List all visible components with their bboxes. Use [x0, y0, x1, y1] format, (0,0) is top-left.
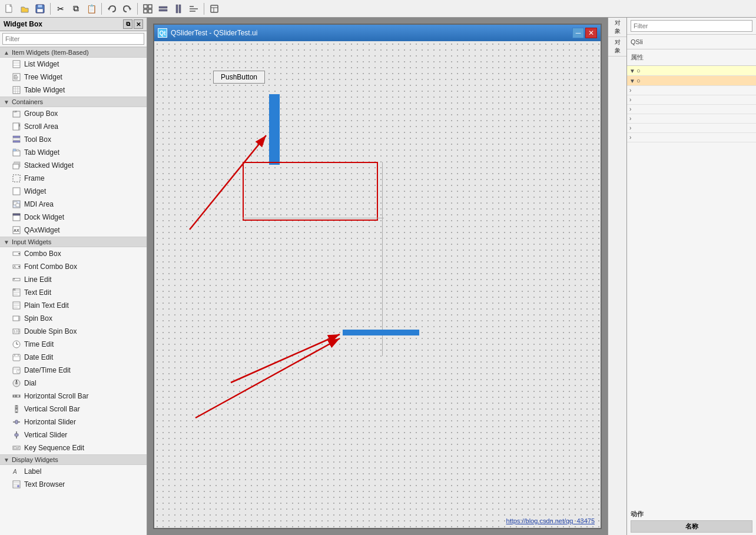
props-arrow-4[interactable]: › — [629, 97, 636, 103]
v-slider-label: Vertical Slider — [24, 431, 67, 439]
tool-box-item[interactable]: Tool Box — [0, 133, 147, 146]
svg-rect-13 — [179, 5, 181, 13]
line-edit-item[interactable]: Line Edit — [0, 273, 147, 286]
paste-button[interactable]: 📋 — [84, 2, 98, 16]
open-file-button[interactable] — [18, 2, 32, 16]
category-arrow-containers: ▼ — [4, 99, 9, 105]
table-widget-icon — [12, 85, 21, 95]
props-arrow-8[interactable]: › — [629, 134, 636, 141]
scroll-area-item[interactable]: Scroll Area — [0, 120, 147, 133]
svg-rect-17 — [211, 5, 218, 12]
minimize-button[interactable]: ─ — [572, 28, 584, 38]
combo-box-item[interactable]: Combo Box — [0, 247, 147, 260]
dock-widget-icon — [12, 212, 21, 222]
canvas-area: Qt QSliderTest - QSliderTest.ui ─ ✕ Push… — [147, 18, 608, 535]
spin-box-item[interactable]: Spin Box — [0, 312, 147, 325]
svg-marker-80 — [19, 331, 20, 334]
dial-label: Dial — [24, 379, 37, 387]
time-edit-item[interactable]: Time Edit — [0, 338, 147, 351]
cut-button[interactable]: ✂ — [54, 2, 68, 16]
props-arrow-6[interactable]: › — [629, 115, 636, 122]
table-widget-item[interactable]: Table Widget — [0, 84, 147, 97]
category-item-widgets[interactable]: ▲ Item Widgets (Item-Based) — [0, 47, 147, 58]
widget-item-el[interactable]: Widget — [0, 185, 147, 198]
filter-input[interactable] — [2, 33, 144, 45]
widget-box-title: Widget Box — [4, 20, 42, 28]
dock-widget-item[interactable]: Dock Widget — [0, 211, 147, 224]
h-slider-item[interactable]: Horizontal Slider — [0, 416, 147, 428]
props-row-5[interactable]: › — [627, 105, 756, 114]
table-widget-label: Table Widget — [24, 86, 65, 94]
form-window: Qt QSliderTest - QSliderTest.ui ─ ✕ Push… — [153, 24, 602, 529]
props-row-2[interactable]: ▼ ○ — [627, 76, 756, 86]
frame-item[interactable]: Frame — [0, 172, 147, 185]
csdn-url[interactable]: https://blog.csdn.net/qq_43475 — [506, 517, 595, 524]
svg-marker-4 — [108, 7, 110, 11]
undo-button[interactable] — [105, 2, 119, 16]
date-edit-label: Date Edit — [24, 353, 53, 361]
props-arrow-3[interactable]: › — [629, 87, 636, 94]
props-row-3[interactable]: › — [627, 86, 756, 95]
svg-text:1.0: 1.0 — [14, 330, 18, 333]
form-canvas[interactable]: PushButton — [154, 41, 601, 528]
svg-line-121 — [195, 338, 340, 418]
label-item[interactable]: A Label — [0, 465, 147, 478]
date-edit-item[interactable]: Date Edit — [0, 351, 147, 364]
key-seq-edit-item[interactable]: Ctrl Key Sequence Edit — [0, 441, 147, 454]
props-row-4[interactable]: › — [627, 95, 756, 105]
grid-button[interactable] — [141, 2, 155, 16]
push-button-widget[interactable]: PushButton — [213, 71, 265, 84]
h-scroll-bar-item[interactable]: Horizontal Scroll Bar — [0, 390, 147, 403]
props-row-1[interactable]: ▼ ○ — [627, 66, 756, 76]
double-spin-box-label: Double Spin Box — [24, 327, 77, 335]
category-arrow-input: ▼ — [4, 239, 9, 245]
save-file-button[interactable] — [33, 2, 47, 16]
tab-widget-item[interactable]: Tab Widget — [0, 146, 147, 159]
v-scroll-bar-item[interactable]: Vertical Scroll Bar — [0, 403, 147, 416]
props-filter-input[interactable] — [631, 20, 752, 32]
mdi-area-item[interactable]: MDI Area — [0, 198, 147, 211]
qax-widget-item[interactable]: AX QAxWidget — [0, 224, 147, 237]
props-name-1: ○ — [636, 67, 754, 74]
group-box-item[interactable]: GB Group Box — [0, 107, 147, 120]
props-arrow-1[interactable]: ▼ — [629, 68, 636, 74]
props-row-7[interactable]: › — [627, 124, 756, 133]
props-arrow-2[interactable]: ▼ — [629, 78, 636, 84]
copy-button[interactable]: ⧉ — [69, 2, 83, 16]
props-row-6[interactable]: › — [627, 114, 756, 124]
props-row-8[interactable]: › — [627, 133, 756, 142]
svg-rect-12 — [176, 5, 178, 13]
redo-button[interactable] — [120, 2, 134, 16]
svg-rect-48 — [13, 175, 20, 182]
stacked-widget-item[interactable]: Stacked Widget — [0, 159, 147, 172]
font-combo-box-item[interactable]: A Font Combo Box — [0, 260, 147, 273]
category-display-widgets[interactable]: ▼ Display Widgets — [0, 454, 147, 465]
props-object-label: QSli — [631, 37, 752, 46]
layout-h-button[interactable] — [156, 2, 170, 16]
h-scroll-bar-label: Horizontal Scroll Bar — [24, 392, 88, 400]
horizontal-slider-widget[interactable] — [343, 330, 419, 335]
vertical-slider-widget[interactable] — [269, 94, 280, 165]
v-slider-item[interactable]: Vertical Slider — [0, 428, 147, 441]
category-containers[interactable]: ▼ Containers — [0, 97, 147, 107]
tree-widget-item[interactable]: Tree Widget — [0, 71, 147, 84]
form-settings-button[interactable] — [207, 2, 221, 16]
new-file-button[interactable] — [2, 2, 16, 16]
close-form-button[interactable]: ✕ — [585, 28, 597, 38]
list-widget-item[interactable]: List Widget — [0, 58, 147, 71]
double-spin-box-item[interactable]: 1.0 Double Spin Box — [0, 325, 147, 338]
svg-point-115 — [17, 485, 19, 487]
group-box-icon: GB — [12, 109, 21, 118]
props-arrow-7[interactable]: › — [629, 125, 636, 131]
plain-text-edit-item[interactable]: Plain Text Edit — [0, 299, 147, 312]
props-arrow-5[interactable]: › — [629, 106, 636, 112]
dial-item[interactable]: Dial — [0, 377, 147, 390]
float-button[interactable]: ⧉ — [123, 19, 132, 29]
text-edit-item[interactable]: AI Text Edit — [0, 286, 147, 299]
datetime-edit-item[interactable]: Date/Time Edit — [0, 364, 147, 377]
layout-v-button[interactable] — [171, 2, 185, 16]
text-browser-item[interactable]: Text Browser — [0, 478, 147, 491]
category-input-widgets[interactable]: ▼ Input Widgets — [0, 237, 147, 247]
align-button[interactable] — [187, 2, 201, 16]
close-widget-box-button[interactable]: ✕ — [134, 19, 143, 29]
